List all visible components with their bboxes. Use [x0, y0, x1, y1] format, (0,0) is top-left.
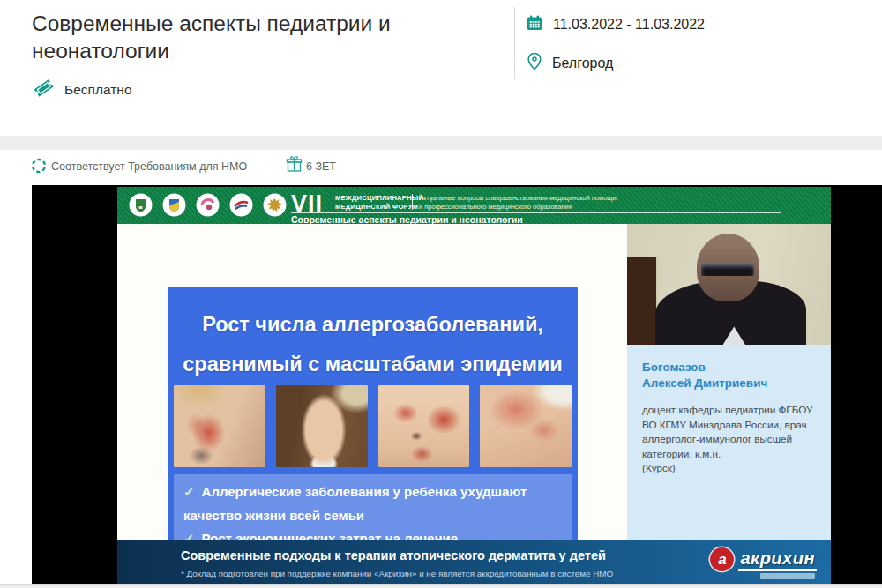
forum-header-divider	[412, 194, 413, 210]
zet-label: 6 ЗЕТ	[306, 160, 336, 173]
slide-title-line2: сравнимый с масштабами эпидемии	[168, 345, 578, 384]
page-title: Современные аспекты педиатрии и неонатол…	[32, 10, 490, 64]
forum-name: МЕЖДИСЦИПЛИНАРНЫЙ МЕДИЦИНСКИЙ ФОРУМ	[335, 194, 423, 211]
baby-photo-2	[276, 385, 368, 467]
slide-body: Рост числа аллергозаболеваний, сравнимый…	[117, 224, 831, 540]
baby-photos-strip	[174, 385, 572, 467]
akrihin-mark-icon: а	[710, 547, 734, 571]
emblem-blue-shield-icon	[162, 193, 186, 217]
presenter-webcam	[627, 224, 831, 345]
presenter-glasses	[701, 264, 754, 276]
slide-footer: Современные подходы к терапии атопическо…	[117, 540, 831, 584]
slide-title: Рост числа аллергозаболеваний, сравнимый…	[168, 305, 578, 384]
header-divider	[514, 7, 515, 79]
emblem-eagle-icon	[263, 193, 287, 217]
free-label: Бесплатно	[64, 82, 132, 98]
check-icon: ✓	[183, 484, 195, 499]
ticket-icon	[32, 76, 56, 103]
calendar-icon	[526, 14, 543, 35]
forum-description: Актуальные вопросы совершенствования мед…	[419, 194, 617, 211]
presenter-description: доцент кафедры педиатрии ФГБОУ ВО КГМУ М…	[642, 403, 816, 461]
footer-title: Современные подходы к терапии атопическо…	[181, 548, 606, 562]
checklist-item-1-text: Аллергические заболевания у ребенка ухуд…	[183, 484, 527, 523]
akrihin-brand-name: акрихин	[738, 548, 817, 571]
page-bottom-strip	[0, 584, 882, 588]
presenter-surname: Богомазов	[642, 360, 816, 376]
akrihin-logo: а акрихин	[710, 547, 817, 571]
gift-icon	[286, 155, 303, 176]
forum-desc-line1: Актуальные вопросы совершенствования мед…	[419, 194, 617, 203]
slide-content-box: Рост числа аллергозаболеваний, сравнимый…	[168, 287, 578, 566]
presenter-info-panel: Богомазов Алексей Дмитриевич доцент кафе…	[627, 345, 831, 540]
event-location-row: Белгород	[527, 52, 613, 74]
forum-header-rule	[291, 212, 781, 213]
presenter-city: (Курск)	[642, 461, 816, 476]
baby-photo-3	[378, 385, 470, 467]
slide-title-line1: Рост числа аллергозаболеваний,	[168, 305, 578, 345]
footer-note: * Доклад подготовлен при поддержке компа…	[181, 569, 613, 578]
slide-green-header: VII МЕЖДИСЦИПЛИНАРНЫЙ МЕДИЦИНСКИЙ ФОРУМ …	[117, 187, 831, 224]
emblem-pink-circle-icon	[196, 193, 220, 217]
section-separator	[0, 136, 882, 150]
forum-desc-line2: и профессионального медицинского образов…	[419, 203, 617, 212]
webcam-door	[627, 257, 658, 345]
location-pin-icon	[527, 52, 542, 74]
free-badge: Бесплатно	[32, 76, 132, 103]
slide-checklist: ✓Аллергические заболевания у ребенка уху…	[174, 474, 572, 544]
presenter-column: Богомазов Алексей Дмитриевич доцент кафе…	[627, 224, 831, 540]
emblem-red-blue-icon	[229, 193, 253, 217]
event-date-row: 11.03.2022 - 11.03.2022	[526, 14, 705, 35]
akrihin-tagline	[760, 573, 815, 579]
page-title-line1: Современные аспекты педиатрии и	[32, 10, 490, 37]
slide-topic: Современные аспекты педиатрии и неонатол…	[291, 214, 523, 225]
presentation-slide: VII МЕЖДИСЦИПЛИНАРНЫЙ МЕДИЦИНСКИЙ ФОРУМ …	[117, 187, 831, 584]
event-location: Белгород	[552, 56, 613, 71]
event-date: 11.03.2022 - 11.03.2022	[553, 17, 705, 33]
nmo-dashed-circle-icon	[31, 158, 47, 177]
baby-photo-4	[480, 385, 572, 467]
baby-photo-1	[174, 385, 265, 467]
page-title-line2: неонатологии	[32, 37, 490, 64]
forum-emblems	[129, 193, 287, 217]
checklist-item-1: ✓Аллергические заболевания у ребенка уху…	[183, 480, 562, 527]
emblem-green-shield-icon	[129, 193, 153, 217]
forum-name-line1: МЕЖДИСЦИПЛИНАРНЫЙ	[335, 194, 423, 203]
presenter-name: Богомазов Алексей Дмитриевич	[642, 360, 816, 391]
video-player[interactable]: VII МЕЖДИСЦИПЛИНАРНЫЙ МЕДИЦИНСКИЙ ФОРУМ …	[32, 185, 882, 584]
forum-name-line2: МЕДИЦИНСКИЙ ФОРУМ	[335, 203, 423, 212]
nmo-label: Соответствует Требованиям для НМО	[51, 160, 247, 173]
presenter-firstname: Алексей Дмитриевич	[642, 376, 816, 391]
